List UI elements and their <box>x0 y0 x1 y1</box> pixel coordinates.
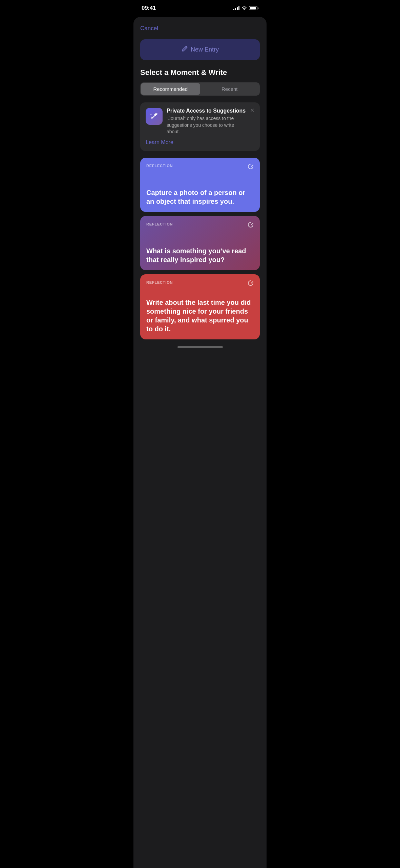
info-card-description: "Journal" only has access to the suggest… <box>167 115 246 135</box>
reflection-text-3: Write about the last time you did someth… <box>146 298 254 333</box>
cancel-button[interactable]: Cancel <box>140 24 158 33</box>
wifi-icon <box>241 5 247 11</box>
learn-more-link[interactable]: Learn More <box>146 139 173 145</box>
edit-icon <box>181 45 188 54</box>
home-indicator <box>177 346 223 348</box>
reflection-label-1: REFLECTION <box>146 164 254 168</box>
segment-control: Recommended Recent <box>140 82 260 96</box>
info-card-close-button[interactable]: ✕ <box>250 108 254 113</box>
reflection-card-2[interactable]: REFLECTION What is something you’ve read… <box>140 216 260 270</box>
refresh-button-2[interactable] <box>247 221 254 231</box>
reflection-label-3: REFLECTION <box>146 280 254 284</box>
signal-icon <box>233 6 239 10</box>
info-card-header: Private Access to Suggestions "Journal" … <box>146 108 254 135</box>
segment-recent[interactable]: Recent <box>200 83 259 95</box>
sparkle-wand-icon <box>146 108 163 125</box>
info-card-title: Private Access to Suggestions <box>167 108 246 114</box>
reflection-text-2: What is something you’ve read that reall… <box>146 246 254 264</box>
segment-recommended[interactable]: Recommended <box>141 83 200 95</box>
refresh-button-3[interactable] <box>247 280 254 289</box>
reflection-text-1: Capture a photo of a person or an object… <box>146 188 254 206</box>
sheet-container: Cancel New Entry Select a Moment & Write… <box>133 17 267 868</box>
status-icons <box>233 5 258 11</box>
status-time: 09:41 <box>142 5 156 12</box>
section-title: Select a Moment & Write <box>140 68 260 77</box>
battery-icon <box>249 6 258 10</box>
status-bar: 09:41 <box>133 0 267 14</box>
new-entry-button[interactable]: New Entry <box>140 39 260 60</box>
refresh-button-1[interactable] <box>247 163 254 172</box>
reflection-card-3[interactable]: REFLECTION Write about the last time you… <box>140 274 260 339</box>
info-card: Private Access to Suggestions "Journal" … <box>140 102 260 151</box>
reflection-card-1[interactable]: REFLECTION Capture a photo of a person o… <box>140 158 260 212</box>
new-entry-label: New Entry <box>191 46 219 53</box>
reflection-label-2: REFLECTION <box>146 222 254 226</box>
